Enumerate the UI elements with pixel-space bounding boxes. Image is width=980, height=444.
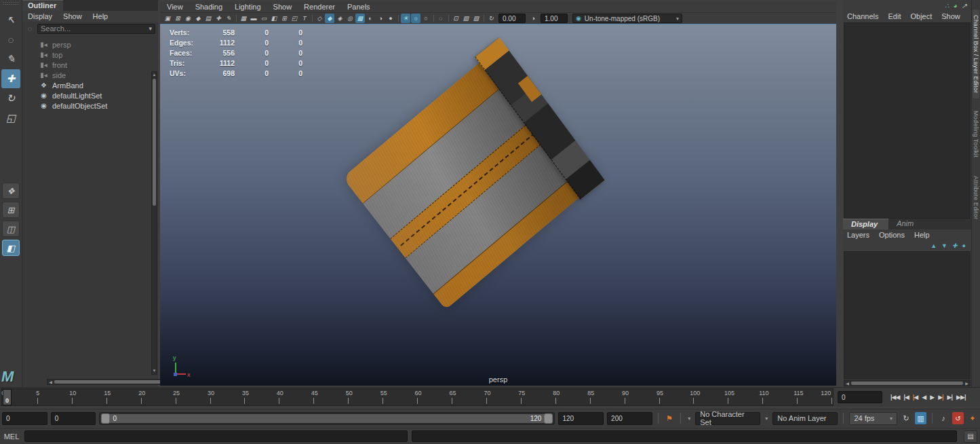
toolbar-icon[interactable] [482,14,486,23]
outliner-item-side[interactable]: ▮◂ side [39,70,158,80]
graph-icon[interactable]: ↗ [962,2,967,10]
new-layer-from-selected-icon[interactable]: ● [962,242,966,249]
tab-anim[interactable]: Anim [888,219,924,229]
outliner-horizontal-scrollbar[interactable]: ◀ ▶ [47,379,176,385]
tab-display[interactable]: Display [843,219,888,229]
timeline-tick[interactable]: 30 [210,389,245,405]
gamma-icon[interactable]: ◑ [528,14,538,23]
isolate-select-icon[interactable]: ◌ [436,14,446,23]
camera-attributes-icon[interactable]: ◉ [183,14,193,23]
playback-loop-icon[interactable]: ↻ [901,412,912,424]
gauge-icon[interactable]: ◕ [954,2,958,10]
cached-playback-icon[interactable]: ▥ [915,412,926,424]
scrollbar-thumb[interactable] [54,380,168,384]
channel-box-area[interactable] [844,22,971,219]
timeline-tick[interactable]: 45 [313,389,348,405]
anim-layer-menu-icon[interactable]: ▾ [764,415,769,422]
rotate-tool-button[interactable]: ↻ [1,89,20,108]
scroll-up-icon[interactable]: ▲ [152,72,157,78]
all-lights-icon[interactable]: ☼ [411,14,420,23]
menu-item[interactable]: Show [63,12,82,20]
step-forward-key-button[interactable]: ▶| [937,390,944,404]
smooth-shade-icon[interactable]: ◆ [325,14,334,23]
character-set-menu-icon[interactable]: ▾ [686,415,692,422]
step-back-key-button[interactable]: |◀ [912,390,919,404]
timeline-tick[interactable]: 105 [728,389,762,405]
toolbar-icon[interactable] [234,14,238,23]
lock-camera-icon[interactable]: ⊠ [173,14,182,23]
grid-icon[interactable]: ▦ [239,14,248,23]
layer-editor-scrollbar[interactable]: ◀ ▶ [844,380,971,386]
outliner-item-persp[interactable]: ▮◂ persp [39,39,158,50]
scroll-left-icon[interactable]: ◀ [844,381,850,386]
character-set-select[interactable]: No Character Set [695,412,760,425]
fps-select[interactable]: 24 fps ▾ [849,412,897,425]
outliner-item-front[interactable]: ▮◂ front [39,60,158,70]
time-slider[interactable]: 0 0 5 10 [1,388,834,406]
toolbox-grip[interactable] [3,1,18,7]
anim-layer-select[interactable]: No Anim Layer [772,412,838,425]
outliner-item-defaultobjectset[interactable]: ◉ defaultObjectSet [39,100,158,111]
range-slider[interactable]: 0 120 [99,412,555,425]
timeline-tick[interactable]: 100 [693,389,728,405]
toolbar-icon[interactable] [310,14,314,23]
exposure-icon[interactable]: ↻ [486,14,496,23]
outliner-item-armband[interactable]: ❖ ArmBand [39,80,158,90]
tab-channel-box-layer-editor[interactable]: Channel Box / Layer Editor [973,10,979,98]
tab-modeling-toolkit[interactable]: Modeling Toolkit [973,105,979,163]
pan-zoom-icon[interactable]: ✚ [214,14,223,23]
menu-item[interactable]: Lighting [235,3,261,11]
playback-end-field[interactable]: 120 [558,412,604,425]
image-plane-icon[interactable]: ▤ [203,14,213,23]
tab-attribute-editor[interactable]: Attribute Editor [973,170,979,225]
range-end-handle[interactable] [544,413,553,424]
scroll-left-icon[interactable]: ◀ [47,380,54,384]
range-slider-bar[interactable] [101,414,553,423]
timeline-tick[interactable]: 70 [486,389,521,405]
timeline-tick[interactable]: 80 [555,389,590,405]
scale-tool-button[interactable]: ◱ [1,109,20,128]
outliner-search-input[interactable]: Search... ▾ [37,24,155,34]
exposure-field[interactable]: 0.00 [498,14,526,23]
textured-icon[interactable]: ▩ [355,14,365,23]
bookmark-view-icon[interactable]: ◆ [193,14,203,23]
outliner-item-top[interactable]: ▮◂ top [39,50,158,60]
select-tool-button[interactable]: ↖ [1,10,20,29]
timeline-tick[interactable]: 5 [37,389,72,405]
single-pane-layout-button[interactable]: ❖ [2,183,20,199]
wireframe-icon[interactable]: ◇ [315,14,324,23]
safe-action-icon[interactable]: ◰ [290,14,299,23]
chevron-down-icon[interactable]: ▾ [149,25,152,32]
timeline-tick[interactable]: 85 [590,389,625,405]
paint-select-tool-button[interactable]: ✎ [1,50,20,69]
scrollbar-thumb[interactable] [851,382,963,385]
command-input[interactable] [24,430,408,442]
scrollbar-thumb[interactable] [153,79,156,206]
lasso-select-tool-button[interactable]: ◌ [1,30,20,49]
resolution-gate-icon[interactable]: ▭ [259,14,269,23]
menu-item[interactable]: Shading [195,3,222,11]
move-tool-button[interactable]: ✚ [1,69,20,88]
timeline-tick[interactable]: 60 [417,389,452,405]
script-editor-icon[interactable]: ▤ [964,430,977,443]
menu-item[interactable]: Display [28,12,52,20]
timeline-tick[interactable]: 95 [659,389,694,405]
menu-item[interactable]: Help [93,12,109,20]
menu-item[interactable]: Options [879,231,905,239]
object-details-icon[interactable]: ⊡ [451,14,460,23]
axis-tripod-icon[interactable]: ∴ [945,2,949,10]
toolbar-icon[interactable] [431,14,435,23]
move-layer-down-icon[interactable]: ▼ [941,242,947,249]
two-pane-layout-button[interactable]: ◫ [2,221,20,237]
timeline-tick[interactable]: 50 [348,389,383,405]
timeline-tick[interactable]: 40 [279,389,313,405]
menu-item[interactable]: Layers [847,231,869,239]
play-forwards-button[interactable]: ▶ [928,390,935,404]
gamma-field[interactable]: 1.00 [541,14,568,23]
mute-sound-icon[interactable]: ♪ [938,412,949,424]
flat-shade-icon[interactable]: ◈ [335,14,345,23]
view-transform-select[interactable]: ◉ Un-tone-mapped (sRGB) ▾ [572,14,682,23]
create-bookmark-icon[interactable]: ⚑ [664,412,675,424]
timeline-tick[interactable]: 10 [72,389,106,405]
shadows-icon[interactable]: ◑ [376,14,385,23]
